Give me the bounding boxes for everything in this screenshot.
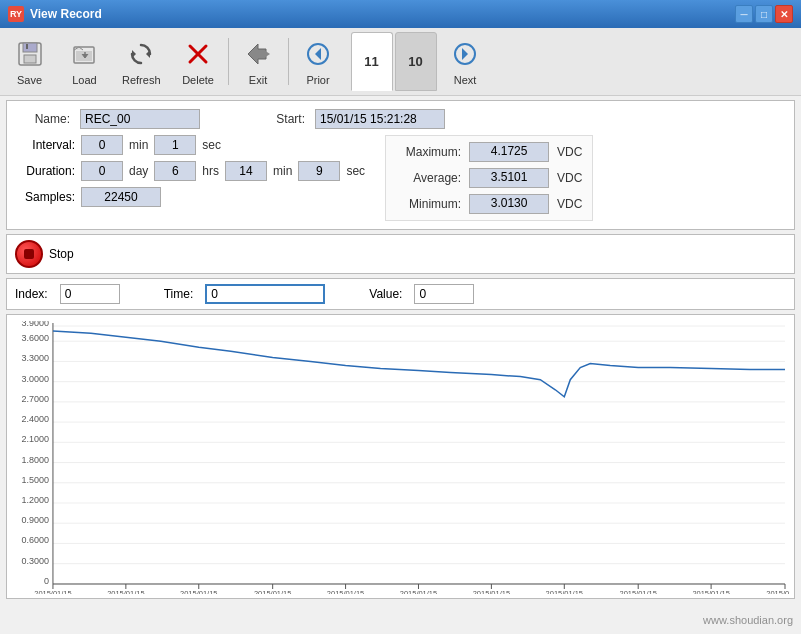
svg-text:2015/01/15: 2015/01/15 — [473, 589, 510, 594]
toolbar-separator-1 — [228, 38, 229, 85]
duration-min-unit: min — [273, 164, 292, 178]
svg-text:0.3000: 0.3000 — [21, 556, 48, 566]
details-row: Interval: min sec Duration: day hrs min … — [15, 135, 786, 221]
svg-text:0.6000: 0.6000 — [21, 535, 48, 545]
average-unit: VDC — [557, 171, 582, 185]
index-input[interactable] — [60, 284, 120, 304]
maximum-label: Maximum: — [396, 145, 461, 159]
svg-rect-2 — [24, 55, 36, 63]
svg-text:1.2000: 1.2000 — [21, 495, 48, 505]
svg-rect-1 — [23, 43, 37, 52]
exit-button[interactable]: Exit — [231, 32, 286, 91]
svg-text:3.0000: 3.0000 — [21, 374, 48, 384]
prior-button[interactable]: Prior — [291, 32, 346, 91]
interval-sec-input[interactable] — [154, 135, 196, 155]
maximum-value: 4.1725 — [469, 142, 549, 162]
maximize-button[interactable]: □ — [755, 5, 773, 23]
chart-svg: 0 0.3000 0.6000 0.9000 1.2000 1.5000 1.8… — [11, 321, 790, 594]
minimize-button[interactable]: ─ — [735, 5, 753, 23]
prior-icon — [302, 38, 334, 70]
svg-text:0: 0 — [44, 576, 49, 586]
samples-input[interactable] — [81, 187, 161, 207]
stop-label: Stop — [49, 247, 74, 261]
stats-panel: Maximum: 4.1725 VDC Average: 3.5101 VDC … — [385, 135, 593, 221]
minimum-row: Minimum: 3.0130 VDC — [396, 194, 582, 214]
next-label: Next — [454, 74, 477, 86]
svg-marker-15 — [315, 48, 321, 60]
svg-marker-7 — [146, 50, 150, 58]
svg-marker-17 — [462, 48, 468, 60]
value-input[interactable] — [414, 284, 474, 304]
delete-button[interactable]: Delete — [171, 32, 226, 91]
samples-label: Samples: — [15, 190, 75, 204]
maximum-unit: VDC — [557, 145, 582, 159]
duration-sec-unit: sec — [346, 164, 365, 178]
load-button[interactable]: Load — [57, 32, 112, 91]
info-panel: Name: Start: Interval: min sec Duration:… — [6, 100, 795, 230]
load-icon — [69, 38, 101, 70]
exit-icon — [242, 38, 274, 70]
svg-text:2015/01/15: 2015/01/15 — [180, 589, 217, 594]
close-button[interactable]: ✕ — [775, 5, 793, 23]
save-button[interactable]: Save — [2, 32, 57, 91]
svg-text:3.3000: 3.3000 — [21, 353, 48, 363]
refresh-button[interactable]: Refresh — [112, 32, 171, 91]
window-title: View Record — [30, 7, 102, 21]
duration-sec-input[interactable] — [298, 161, 340, 181]
title-controls: ─ □ ✕ — [735, 5, 793, 23]
svg-text:2015/01/15: 2015/01/15 — [34, 589, 71, 594]
watermark: www.shoudian.org — [703, 614, 793, 626]
svg-text:2015/01/15: 2015/01/15 — [619, 589, 656, 594]
save-label: Save — [17, 74, 42, 86]
index-label: Index: — [15, 287, 48, 301]
name-input[interactable] — [80, 109, 200, 129]
app-icon: RY — [8, 6, 24, 22]
average-row: Average: 3.5101 VDC — [396, 168, 582, 188]
chart-container: 0 0.3000 0.6000 0.9000 1.2000 1.5000 1.8… — [11, 321, 790, 594]
stop-section: Stop — [6, 234, 795, 274]
svg-marker-13 — [264, 50, 270, 58]
svg-text:2.4000: 2.4000 — [21, 414, 48, 424]
minimum-unit: VDC — [557, 197, 582, 211]
duration-row: Duration: day hrs min sec — [15, 161, 365, 181]
tab-area: 11 10 — [350, 32, 438, 91]
time-label: Time: — [164, 287, 194, 301]
tab-11[interactable]: 11 — [351, 32, 393, 91]
tab-10[interactable]: 10 — [395, 32, 437, 91]
svg-text:2015/01/15: 2015/01/15 — [400, 589, 437, 594]
name-start-row: Name: Start: — [15, 109, 786, 129]
name-label: Name: — [15, 112, 70, 126]
svg-text:1.8000: 1.8000 — [21, 455, 48, 465]
svg-text:2.7000: 2.7000 — [21, 394, 48, 404]
duration-hrs-unit: hrs — [202, 164, 219, 178]
time-input[interactable] — [205, 284, 325, 304]
load-label: Load — [72, 74, 96, 86]
save-icon — [14, 38, 46, 70]
index-row: Index: Time: Value: — [6, 278, 795, 310]
start-label: Start: — [250, 112, 305, 126]
svg-text:2015/01/15: 2015/01/15 — [766, 589, 790, 594]
svg-text:2015/01/15: 2015/01/15 — [692, 589, 729, 594]
svg-text:3.9000: 3.9000 — [21, 321, 48, 328]
start-input[interactable] — [315, 109, 445, 129]
duration-day-input[interactable] — [81, 161, 123, 181]
maximum-row: Maximum: 4.1725 VDC — [396, 142, 582, 162]
delete-label: Delete — [182, 74, 214, 86]
minimum-label: Minimum: — [396, 197, 461, 211]
stop-button[interactable] — [15, 240, 43, 268]
interval-min-input[interactable] — [81, 135, 123, 155]
svg-marker-8 — [132, 50, 136, 58]
svg-text:2.1000: 2.1000 — [21, 434, 48, 444]
prior-label: Prior — [306, 74, 329, 86]
next-button[interactable]: Next — [438, 32, 493, 91]
stop-icon — [24, 249, 34, 259]
duration-hrs-input[interactable] — [154, 161, 196, 181]
interval-section: Interval: min sec Duration: day hrs min … — [15, 135, 365, 221]
title-bar: RY View Record ─ □ ✕ — [0, 0, 801, 28]
toolbar: Save Load Refresh — [0, 28, 801, 96]
svg-text:3.6000: 3.6000 — [21, 333, 48, 343]
duration-day-unit: day — [129, 164, 148, 178]
duration-min-input[interactable] — [225, 161, 267, 181]
next-icon — [449, 38, 481, 70]
value-label: Value: — [369, 287, 402, 301]
